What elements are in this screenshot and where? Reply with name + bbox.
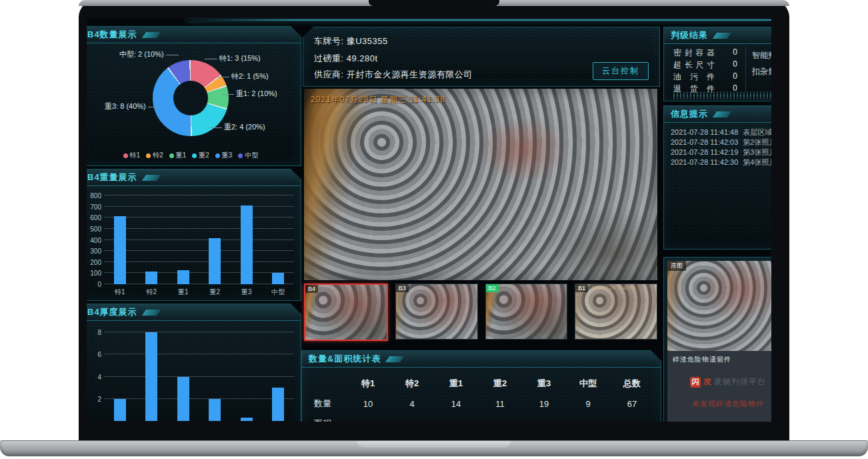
log-text: 第2张照片表层开 xyxy=(743,138,771,146)
thumbnail-b1[interactable]: B1 2021-07-28 11:42:30 xyxy=(575,284,657,340)
thickness-panel-title: B4厚度展示 xyxy=(87,304,301,321)
log-text: 第3张照片表层开 xyxy=(743,148,771,156)
y-axis-tick: 4 xyxy=(87,373,101,380)
bar-slot xyxy=(145,327,157,421)
thumbnail-label: B4 xyxy=(305,285,318,293)
stats-table-header-row: 特1 特2 重1 重2 重3 中型 总数 xyxy=(309,378,654,390)
y-axis-tick: 6 xyxy=(87,351,101,358)
grading-item: 超长尺寸0 xyxy=(673,59,737,71)
log-entry: 2021-07-28 11:42:19第3张照片表层开 xyxy=(671,147,771,157)
thumbnail-b3[interactable]: B3 xyxy=(395,284,478,340)
bar xyxy=(272,273,284,284)
bar-slot xyxy=(209,195,221,284)
legend-item[interactable]: 特1 xyxy=(123,151,141,160)
ptz-control-button[interactable]: 云台控制 xyxy=(593,62,649,80)
dotted-divider xyxy=(745,47,746,91)
legend-item[interactable]: 重3 xyxy=(215,151,233,160)
thickness-bar-chart: 2468 xyxy=(104,327,294,421)
dotted-strip xyxy=(673,94,771,99)
log-entry: 2021-07-28 11:42:03第2张照片表层开 xyxy=(671,137,771,147)
weight-panel: B4重量展示 0100200300400500600700800 特1特2重1重… xyxy=(87,169,301,301)
message-panel-title: 信息提示 xyxy=(664,106,771,123)
hazard-caption: 碎渣危险物遗留件 xyxy=(673,355,731,364)
laptop-base-notch xyxy=(357,441,511,448)
stats-table-row-quantity: 数量 10 4 14 11 19 9 67 xyxy=(309,398,654,410)
log-time: 2021-07-28 11:42:19 xyxy=(671,148,738,156)
original-image[interactable]: 原图 xyxy=(667,261,771,351)
bar-slot xyxy=(177,327,189,421)
brand-logo-text: 发 xyxy=(703,376,711,388)
grading-item: 密封容器0 xyxy=(673,47,737,59)
bar-slot xyxy=(114,195,126,284)
row-label: 数量 xyxy=(309,398,346,410)
laptop-camera-notch xyxy=(369,0,499,6)
legend-dot xyxy=(215,153,220,158)
weighbridge-weight: 过磅重: 49.280t xyxy=(314,53,378,65)
bar xyxy=(241,418,253,421)
bar xyxy=(177,377,189,421)
x-axis-label: 中型 xyxy=(267,288,289,297)
supplier: 供应商: 开封市金火源再生资源有限公司 xyxy=(314,69,473,81)
message-panel: 信息提示 2021-07-28 11:41:48表层区域计算成 2021-07-… xyxy=(663,105,771,250)
donut-callout: 重1: 2 (10%) xyxy=(236,89,277,99)
thumbnail-strip: B4 B3 B2 B1 2021-07-28 11:42:30 xyxy=(304,284,657,342)
platform-brand: 闪 发 废钢判级平台 xyxy=(667,376,771,388)
original-image-label: 原图 xyxy=(667,261,686,271)
hazard-panel: 原图 碎渣危险物遗留件 闪 发 废钢判级平台 未发现碎渣危险物件 xyxy=(663,257,771,422)
table-cell: 10 xyxy=(346,399,390,409)
y-axis-tick: 200 xyxy=(87,258,101,266)
legend-dot xyxy=(238,153,243,158)
thumbnail-timestamp: 2021-07-28 11:42:30 xyxy=(591,286,634,290)
impurity-deduction-label: 扣杂量: xyxy=(752,66,771,77)
log-entry: 2021-07-28 11:42:30第4张照片表层开 xyxy=(671,157,771,167)
y-axis-tick: 500 xyxy=(87,225,101,232)
legend-dot xyxy=(169,153,174,158)
x-axis-label: 重1 xyxy=(172,288,195,297)
bar xyxy=(114,399,126,421)
y-axis-tick: 600 xyxy=(87,214,101,221)
header-cell: 中型 xyxy=(566,378,610,390)
bar xyxy=(272,388,284,421)
x-axis-label: 重3 xyxy=(235,288,258,297)
donut-legend: 特1 特2 重1 重2 重3 中型 xyxy=(87,151,301,160)
log-entry: 2021-07-28 11:41:48表层区域计算成 xyxy=(671,127,771,137)
y-axis-tick: 700 xyxy=(87,203,101,210)
weight-chart-x-axis: 特1特2重1重2重3中型 xyxy=(104,288,294,297)
weight-bar-chart: 0100200300400500600700800 xyxy=(104,195,294,284)
bar-slot xyxy=(209,327,221,421)
center-column: 车牌号: 豫U35355 过磅重: 49.280t 供应商: 开封市金火源再生资… xyxy=(301,18,660,422)
smart-grading-label: 智能判级: xyxy=(752,50,771,61)
hazard-alert-text: 未发现碎渣危险物件 xyxy=(667,399,771,409)
donut-callout: 特2: 1 (5%) xyxy=(231,71,269,81)
table-cell: 67 xyxy=(610,399,654,409)
grading-label: 油污件 xyxy=(673,71,715,83)
header-cell: 重1 xyxy=(434,378,478,390)
legend-item[interactable]: 特2 xyxy=(146,151,163,160)
laptop-base xyxy=(0,440,868,456)
y-axis-tick: 300 xyxy=(87,248,101,255)
y-axis-tick: 400 xyxy=(87,236,101,244)
bar xyxy=(145,332,157,421)
y-axis-tick: 2 xyxy=(87,395,101,402)
donut-callout: 中型: 2 (10%) xyxy=(119,49,164,59)
x-axis-label: 特2 xyxy=(140,288,163,297)
thumbnail-b4[interactable]: B4 xyxy=(304,284,388,341)
log-time: 2021-07-28 11:42:03 xyxy=(671,138,738,146)
table-cell: 11 xyxy=(478,399,522,409)
donut-callout: 特1: 3 (15%) xyxy=(219,53,261,63)
header-cell: 特1 xyxy=(346,378,390,390)
stats-table-panel: 数量&面积统计表 特1 特2 重1 重2 重3 中型 总数 数量 10 4 14… xyxy=(301,350,661,422)
y-axis-tick: 100 xyxy=(87,270,101,277)
plate-number: 车牌号: 豫U35355 xyxy=(314,35,388,47)
thumbnail-b2[interactable]: B2 xyxy=(485,284,568,340)
legend-item[interactable]: 重1 xyxy=(169,151,187,160)
legend-label: 中型 xyxy=(245,151,258,160)
legend-item[interactable]: 中型 xyxy=(238,151,258,160)
legend-dot xyxy=(146,153,151,158)
header-cell: 总数 xyxy=(610,378,654,390)
main-camera-view[interactable]: 2021年07月28日 星期三 11:41:38 xyxy=(304,89,657,280)
header-cell: 重2 xyxy=(478,378,522,390)
bar xyxy=(241,205,253,284)
legend-item[interactable]: 重2 xyxy=(192,151,209,160)
legend-label: 特2 xyxy=(153,151,163,160)
